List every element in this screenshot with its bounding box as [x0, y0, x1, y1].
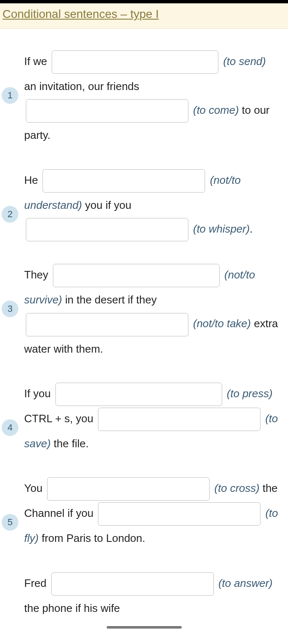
- item-number-badge: 1: [2, 87, 18, 104]
- answer-input[interactable]: [51, 572, 214, 596]
- item-content: He (not/to understand) you if you (to wh…: [24, 168, 280, 242]
- exercise-item: 6 Fred (to an­swer) the phone if his wif…: [2, 571, 280, 620]
- text-fragment: He: [24, 174, 41, 186]
- exercise-item: 1 If we (to send) an invitation, our fri…: [2, 50, 280, 148]
- verb-hint: (to an­swer): [218, 577, 273, 589]
- answer-input[interactable]: [43, 169, 205, 193]
- text-fragment: They: [24, 268, 51, 281]
- text-fragment: you if you: [85, 199, 131, 211]
- item-content: Fred (to an­swer) the phone if his wife: [24, 571, 280, 620]
- answer-input[interactable]: [26, 99, 188, 123]
- item-content: They (not/to survive) in the desert if t…: [24, 263, 280, 361]
- text-fragment: in the desert if they: [65, 293, 157, 306]
- verb-hint: (to whisper): [193, 223, 250, 235]
- exercise-item: 2 He (not/to understand) you if you (to …: [2, 168, 280, 242]
- item-content: If we (to send) an invitation, our frien…: [24, 50, 280, 148]
- exercise-item: 4 If you (to press) CTRL + s, you (to sa…: [2, 382, 280, 456]
- answer-input[interactable]: [55, 383, 222, 406]
- text-fragment: the file.: [54, 437, 89, 450]
- item-content: If you (to press) CTRL + s, you (to save…: [24, 382, 280, 456]
- text-fragment: Fred: [24, 577, 50, 589]
- answer-input[interactable]: [47, 477, 210, 501]
- text-fragment: an invitation, our friends: [24, 80, 139, 93]
- text-fragment: .: [250, 223, 253, 235]
- answer-input[interactable]: [98, 408, 260, 431]
- verb-hint: (to send): [223, 55, 266, 68]
- item-number-badge: 4: [2, 419, 18, 436]
- exercise-item: 3 They (not/to survive) in the desert if…: [2, 263, 280, 361]
- verb-hint: (to cross): [214, 482, 259, 494]
- exercise-list: 1 If we (to send) an invitation, our fri…: [0, 29, 288, 624]
- verb-hint: (to come): [193, 104, 239, 116]
- title-band: Conditional sentences – type I: [0, 3, 288, 29]
- answer-input[interactable]: [26, 218, 188, 241]
- page-title-link[interactable]: Conditional sentences – type I: [3, 8, 159, 20]
- text-fragment: If we: [24, 55, 50, 68]
- answer-input[interactable]: [26, 313, 188, 336]
- text-fragment: If you: [24, 387, 54, 400]
- exercise-item: 5 You (to cross) the Channel if you (to …: [2, 476, 280, 550]
- item-number-badge: 2: [2, 206, 18, 223]
- drag-handle-icon[interactable]: [107, 626, 182, 629]
- verb-hint: (to press): [227, 387, 273, 400]
- answer-input[interactable]: [53, 264, 220, 287]
- text-fragment: the phone if his wife: [24, 602, 120, 614]
- text-fragment: from Paris to London.: [42, 532, 145, 544]
- text-fragment: You: [24, 482, 45, 494]
- item-number-badge: 3: [2, 301, 18, 317]
- answer-input[interactable]: [98, 502, 260, 526]
- text-fragment: CTRL + s, you: [24, 412, 96, 425]
- item-content: You (to cross) the Channel if you (to fl…: [24, 476, 280, 550]
- item-number-badge: 5: [2, 514, 18, 531]
- answer-input[interactable]: [52, 50, 218, 74]
- window-top-bar: [0, 0, 288, 3]
- verb-hint: (not/to take): [193, 317, 251, 330]
